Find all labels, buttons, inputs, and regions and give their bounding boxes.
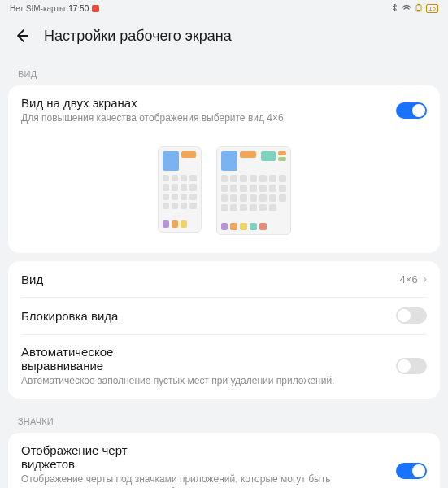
back-button[interactable] (13, 27, 31, 45)
dual-screen-title: Вид на двух экранах (21, 96, 286, 110)
page-title: Настройки рабочего экрана (44, 28, 232, 45)
lock-view-toggle[interactable] (396, 307, 427, 324)
arrow-left-icon (14, 28, 30, 44)
view-settings-card: Вид 4×6 › Блокировка вида Автоматическое… (8, 261, 440, 398)
bluetooth-icon (391, 3, 398, 14)
widget-dashes-title: Отображение черт виджетов (21, 443, 167, 471)
preview-phone-folded (158, 146, 202, 233)
auto-align-subtitle: Автоматическое заполнение пустых мест пр… (21, 374, 334, 387)
auto-align-row: Автоматическое выравнивание Автоматическ… (8, 334, 440, 398)
view-title: Вид (21, 272, 43, 286)
wifi-icon (402, 4, 411, 14)
status-right: 15 (391, 3, 438, 14)
battery-percent: 15 (426, 4, 438, 13)
svg-point-0 (406, 10, 407, 11)
widget-dashes-row: Отображение черт виджетов Отображение че… (8, 433, 440, 488)
layout-preview (8, 135, 440, 253)
widget-dashes-toggle[interactable] (396, 463, 427, 479)
status-left: Нет SIM-карты 17:50 (10, 4, 99, 13)
chevron-right-icon: › (423, 272, 427, 286)
notification-badge-icon (92, 5, 99, 12)
dual-screen-toggle[interactable] (396, 102, 427, 119)
section-label-view: ВИД (0, 59, 448, 85)
view-value: 4×6 (400, 273, 418, 285)
dual-screen-row: Вид на двух экранах Для повышения качест… (8, 85, 440, 135)
lock-view-row: Блокировка вида (8, 297, 440, 334)
auto-align-toggle[interactable] (396, 358, 427, 374)
view-row[interactable]: Вид 4×6 › (8, 261, 440, 297)
section-label-icons: ЗНАЧКИ (0, 407, 448, 433)
status-bar: Нет SIM-карты 17:50 15 (0, 0, 448, 15)
status-time: 17:50 (68, 4, 89, 13)
icons-card: Отображение черт виджетов Отображение че… (8, 433, 440, 488)
svg-rect-3 (417, 10, 420, 11)
dual-screen-subtitle: Для повышения качества отображения выбер… (21, 111, 286, 124)
preview-phone-unfolded (216, 146, 291, 235)
auto-align-title: Автоматическое выравнивание (21, 345, 167, 373)
lock-view-title: Блокировка вида (21, 309, 118, 323)
svg-rect-2 (418, 4, 420, 5)
header: Настройки рабочего экрана (0, 15, 448, 59)
dual-screen-card: Вид на двух экранах Для повышения качест… (8, 85, 440, 253)
battery-icon (415, 3, 423, 14)
widget-dashes-subtitle: Отображение черты под значками приложени… (21, 473, 386, 488)
carrier-text: Нет SIM-карты (10, 4, 65, 13)
